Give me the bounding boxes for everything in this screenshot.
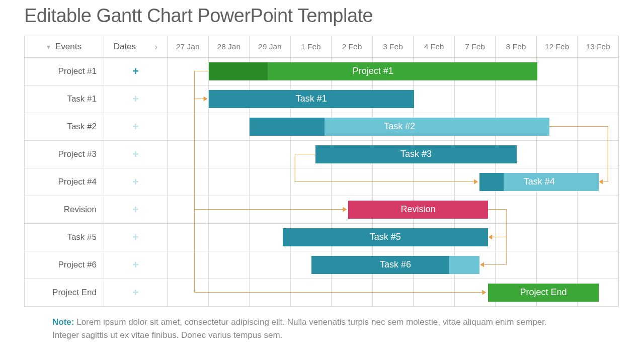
gantt-bars: Project #1Task #1Task #2Task #3Task #4Re… xyxy=(168,57,618,306)
date-cell: 8 Feb xyxy=(495,36,536,57)
bar-label: Task #5 xyxy=(370,232,401,242)
note-prefix: Note: xyxy=(52,317,74,327)
date-cell: 28 Jan xyxy=(208,36,250,57)
expand-icon[interactable]: + xyxy=(132,232,139,243)
expand-icon[interactable]: + xyxy=(132,176,139,188)
chevron-down-icon: ▾ xyxy=(47,43,50,51)
bar-label: Project #1 xyxy=(353,66,393,76)
table-row: Project #6+ xyxy=(25,251,168,279)
row-label: Task #2 xyxy=(25,113,104,140)
row-label: Task #1 xyxy=(25,85,104,113)
gantt-bar[interactable]: Revision xyxy=(348,201,488,219)
table-row: Task #1+ xyxy=(25,85,168,113)
row-label: Project #1 xyxy=(25,58,104,85)
gantt-header: ▾ Events Dates › 27 Jan28 Jan29 Jan1 Feb… xyxy=(25,36,618,57)
date-cell: 12 Feb xyxy=(536,36,578,57)
expand-icon[interactable]: + xyxy=(132,94,139,105)
gantt-bar[interactable]: Task #4 xyxy=(479,173,599,191)
row-label: Project #6 xyxy=(25,251,104,279)
row-label: Project End xyxy=(25,279,104,306)
gantt-chart: ▾ Events Dates › 27 Jan28 Jan29 Jan1 Feb… xyxy=(24,36,619,307)
date-cell: 1 Feb xyxy=(290,36,332,57)
gantt-left-col: Project #1+Task #1+Task #2+Project #3+Pr… xyxy=(25,57,168,306)
bar-label: Task #6 xyxy=(380,259,411,270)
expand-icon[interactable]: + xyxy=(132,66,139,77)
header-dates-col[interactable]: Dates › xyxy=(104,36,168,57)
expand-icon[interactable]: + xyxy=(132,121,139,132)
gantt-bar[interactable]: Task #6 xyxy=(311,256,480,274)
expand-icon[interactable]: + xyxy=(132,259,139,270)
gantt-bar[interactable]: Task #2 xyxy=(250,118,549,136)
note-body: Lorem ipsum dolor sit amet, consectetur … xyxy=(52,317,547,340)
bar-label: Project End xyxy=(520,287,567,298)
date-cell: 29 Jan xyxy=(249,36,290,57)
date-cell: 3 Feb xyxy=(372,36,414,57)
gantt-bar[interactable]: Task #3 xyxy=(315,145,517,163)
gantt-bar[interactable]: Task #5 xyxy=(283,228,488,246)
table-row: Project #1+ xyxy=(25,57,168,85)
date-cell: 13 Feb xyxy=(577,36,618,57)
table-row: Project End+ xyxy=(25,279,168,306)
expand-icon[interactable]: + xyxy=(132,287,139,298)
gantt-bar[interactable]: Project End xyxy=(488,284,599,302)
chevron-right-icon: › xyxy=(154,42,157,52)
row-label: Revision xyxy=(25,196,104,223)
gantt-right-col: Project #1Task #1Task #2Task #3Task #4Re… xyxy=(168,57,618,306)
dates-col-label: Dates xyxy=(114,42,136,52)
row-label: Task #5 xyxy=(25,224,104,251)
table-row: Project #3+ xyxy=(25,140,168,168)
header-events[interactable]: ▾ Events xyxy=(25,36,104,57)
table-row: Project #4+ xyxy=(25,168,168,196)
page-title: Editable Gantt Chart PowerPoint Template xyxy=(24,5,620,27)
table-row: Revision+ xyxy=(25,196,168,223)
bar-label: Task #2 xyxy=(384,121,415,132)
expand-icon[interactable]: + xyxy=(132,149,139,160)
row-label: Project #4 xyxy=(25,168,104,196)
bar-label: Task #4 xyxy=(524,176,555,187)
date-cell: 4 Feb xyxy=(413,36,454,57)
expand-icon[interactable]: + xyxy=(132,204,139,215)
bar-label: Task #1 xyxy=(296,94,327,104)
gantt-bar[interactable]: Project #1 xyxy=(209,62,537,80)
table-row: Task #2+ xyxy=(25,113,168,140)
events-label: Events xyxy=(55,42,82,52)
row-label: Project #3 xyxy=(25,141,104,168)
gantt-bar[interactable]: Task #1 xyxy=(209,90,414,108)
table-row: Task #5+ xyxy=(25,223,168,251)
bar-label: Task #3 xyxy=(400,149,432,159)
bar-label: Revision xyxy=(400,204,435,215)
date-cell: 27 Jan xyxy=(168,36,208,57)
date-cell: 7 Feb xyxy=(454,36,496,57)
date-header: 27 Jan28 Jan29 Jan1 Feb2 Feb3 Feb4 Feb7 … xyxy=(168,36,618,57)
note: Note: Lorem ipsum dolor sit amet, consec… xyxy=(52,316,566,341)
date-cell: 2 Feb xyxy=(331,36,372,57)
